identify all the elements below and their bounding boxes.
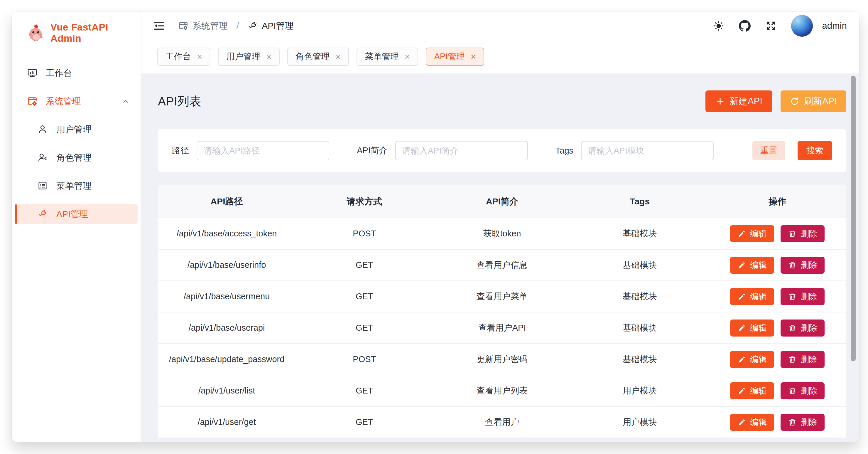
tags-input[interactable] [581, 141, 714, 160]
delete-button[interactable]: 删除 [780, 257, 825, 274]
column-header-path: API路径 [158, 196, 296, 208]
delete-button[interactable]: 删除 [780, 414, 825, 431]
refresh-icon [790, 96, 799, 106]
sidebar-item-system-management[interactable]: 系统管理 [15, 92, 137, 111]
cell-api-path: /api/v1/base/update_password [158, 354, 296, 364]
system-settings-icon [178, 21, 188, 31]
reset-button[interactable]: 重置 [752, 141, 785, 160]
cell-actions: 编辑 [709, 319, 846, 337]
tab-close-icon[interactable]: × [471, 52, 476, 61]
refresh-api-button[interactable]: 刷新API [780, 90, 846, 112]
tab-close-icon[interactable]: × [405, 52, 410, 61]
sidebar-item-user-management[interactable]: 用户管理 [15, 120, 137, 139]
table-header: API路径 请求方式 API简介 Tags 操作 [158, 185, 846, 218]
sidebar-item-role-management[interactable]: 角色管理 [15, 148, 137, 167]
theme-sun-icon[interactable] [713, 20, 724, 31]
summary-input[interactable] [395, 141, 528, 160]
breadcrumb-current[interactable]: API管理 [248, 20, 293, 32]
new-api-button[interactable]: 新建API [706, 90, 772, 112]
path-input[interactable] [196, 141, 329, 160]
tab-label: 用户管理 [226, 51, 260, 62]
cell-summary: 获取token [433, 228, 571, 239]
tab-menu-management[interactable]: 菜单管理 × [356, 48, 418, 66]
cell-tags: 用户模块 [571, 417, 709, 428]
edit-label: 编辑 [750, 291, 767, 302]
delete-label: 删除 [801, 291, 817, 302]
tab-close-icon[interactable]: × [335, 52, 341, 61]
tab-close-icon[interactable]: × [266, 52, 272, 61]
delete-button[interactable]: 删除 [780, 382, 825, 399]
cell-api-path: /api/v1/base/userinfo [158, 260, 296, 270]
edit-button[interactable]: 编辑 [730, 288, 774, 305]
app-title: Vue FastAPI Admin [51, 22, 141, 44]
tab-workbench[interactable]: 工作台 × [157, 48, 210, 66]
pencil-icon [738, 418, 746, 426]
trash-icon [788, 355, 797, 364]
filter-summary-group: API简介 [357, 141, 528, 160]
cell-method: POST [296, 229, 433, 238]
sidebar-item-workbench[interactable]: 工作台 [15, 63, 137, 83]
delete-label: 删除 [801, 322, 817, 334]
delete-label: 删除 [801, 260, 817, 271]
sidebar-item-label: 用户管理 [56, 124, 92, 136]
tab-api-management[interactable]: API管理 × [426, 48, 484, 66]
trash-icon [788, 261, 797, 269]
cell-summary: 查看用户信息 [433, 259, 571, 271]
edit-button[interactable]: 编辑 [730, 414, 774, 431]
delete-label: 删除 [801, 417, 817, 428]
cell-api-path: /api/v1/base/access_token [158, 229, 296, 238]
fullscreen-icon[interactable] [765, 20, 776, 31]
menu-list-icon [37, 180, 48, 191]
table-body: /api/v1/base/access_token POST 获取token 基… [158, 218, 846, 438]
tags-label: Tags [556, 146, 574, 155]
cell-method: POST [296, 354, 433, 364]
cell-method: GET [296, 260, 433, 270]
sidebar-menu: 工作台 系统管理 [12, 63, 141, 224]
new-api-label: 新建API [730, 95, 762, 108]
delete-button[interactable]: 删除 [780, 288, 825, 305]
sidebar-item-menu-management[interactable]: 菜单管理 [15, 176, 137, 196]
delete-button[interactable]: 删除 [780, 319, 825, 337]
tab-bar: 工作台 × 用户管理 × 角色管理 × 菜单管理 × API管理 × [141, 40, 859, 74]
table-row: /api/v1/base/access_token POST 获取token 基… [158, 218, 846, 250]
breadcrumb-parent[interactable]: 系统管理 [178, 20, 228, 32]
cell-tags: 基础模块 [571, 322, 709, 334]
column-header-tags: Tags [571, 196, 709, 206]
topbar-tools: admin [713, 15, 847, 37]
system-settings-icon [27, 96, 37, 107]
edit-button[interactable]: 编辑 [730, 351, 774, 368]
column-header-summary: API简介 [433, 196, 571, 208]
trash-icon [788, 324, 797, 332]
content-header: API列表 新建API [158, 74, 846, 129]
github-icon[interactable] [739, 20, 751, 32]
main-area: 系统管理 / API管理 [141, 12, 859, 442]
filter-path-group: 路径 [172, 141, 329, 160]
chevron-up-icon [121, 97, 130, 106]
tab-role-management[interactable]: 角色管理 × [287, 48, 349, 66]
app-logo: Vue FastAPI Admin [12, 22, 141, 44]
edit-button[interactable]: 编辑 [730, 257, 774, 274]
edit-button[interactable]: 编辑 [730, 225, 774, 242]
sidebar-item-api-management[interactable]: API管理 [15, 204, 137, 224]
table-row: /api/v1/base/update_password POST 更新用户密码… [158, 344, 846, 375]
sidebar-collapse-icon[interactable] [153, 20, 165, 32]
edit-button[interactable]: 编辑 [730, 382, 774, 399]
avatar[interactable] [791, 15, 813, 37]
scrollbar-thumb[interactable] [851, 76, 856, 361]
sidebar: Vue FastAPI Admin 工作台 [12, 12, 141, 442]
delete-button[interactable]: 删除 [780, 225, 825, 242]
edit-label: 编辑 [750, 354, 767, 365]
cell-actions: 编辑 [709, 351, 846, 368]
sidebar-item-label: API管理 [56, 208, 88, 220]
username[interactable]: admin [822, 21, 847, 31]
edit-button[interactable]: 编辑 [730, 319, 774, 337]
cell-tags: 用户模块 [571, 385, 709, 397]
breadcrumb-parent-label: 系统管理 [192, 20, 228, 32]
tab-close-icon[interactable]: × [197, 52, 202, 61]
tab-user-management[interactable]: 用户管理 × [218, 48, 280, 66]
cell-actions: 编辑 [709, 225, 846, 242]
delete-button[interactable]: 删除 [780, 351, 825, 368]
cell-api-path: /api/v1/base/usermenu [158, 292, 296, 301]
search-button[interactable]: 搜索 [798, 141, 832, 160]
delete-label: 删除 [801, 385, 817, 396]
